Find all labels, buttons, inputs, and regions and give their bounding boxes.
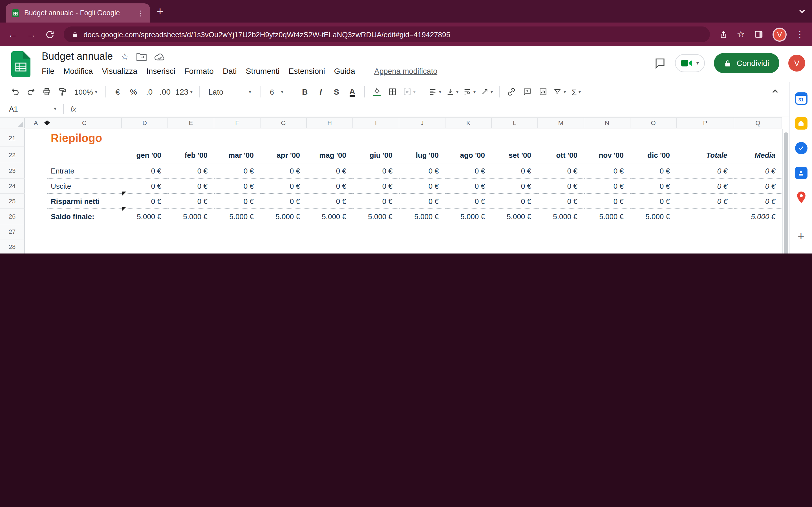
last-edit-status[interactable]: Appena modificato xyxy=(370,66,442,76)
value-cell[interactable] xyxy=(538,239,584,253)
row-number[interactable]: 22 xyxy=(0,147,25,163)
cell-column-a[interactable] xyxy=(25,239,47,253)
value-cell[interactable]: 0 € xyxy=(353,194,399,209)
value-cell[interactable] xyxy=(122,224,168,239)
column-header-P[interactable]: P xyxy=(677,118,734,128)
text-wrap-icon[interactable]: ▾ xyxy=(462,84,477,99)
value-cell[interactable]: 5.000 € xyxy=(214,209,260,224)
value-cell[interactable]: 0 € xyxy=(677,179,734,194)
column-header-M[interactable]: M xyxy=(538,118,584,128)
value-cell[interactable]: 0 € xyxy=(734,194,782,209)
undo-icon[interactable] xyxy=(8,84,22,99)
row-number[interactable]: 24 xyxy=(0,179,25,194)
value-cell[interactable] xyxy=(630,224,677,239)
value-cell[interactable]: 0 € xyxy=(492,163,538,179)
column-total-header-cell[interactable]: Totale xyxy=(677,147,734,163)
contacts-icon[interactable] xyxy=(795,167,807,179)
row-number[interactable]: 25 xyxy=(0,194,25,209)
value-cell[interactable]: 0 € xyxy=(307,194,353,209)
browser-menu-icon[interactable]: ⋮ xyxy=(796,29,804,40)
value-cell[interactable] xyxy=(214,224,260,239)
cell-column-a[interactable] xyxy=(25,163,47,179)
maps-icon[interactable] xyxy=(797,191,806,203)
value-cell[interactable]: 0 € xyxy=(734,179,782,194)
cell-column-a[interactable] xyxy=(25,147,47,163)
bookmark-star-icon[interactable]: ☆ xyxy=(737,30,745,39)
column-header-C[interactable]: C xyxy=(47,118,122,128)
column-total-header-cell[interactable]: lug '00 xyxy=(399,147,446,163)
filter-icon[interactable]: ▾ xyxy=(552,84,568,99)
keep-icon[interactable] xyxy=(795,117,807,129)
column-header-F[interactable]: F xyxy=(214,118,260,128)
menu-estensioni[interactable]: Estensioni xyxy=(284,65,329,76)
row-label-cell[interactable] xyxy=(47,239,122,253)
value-cell[interactable] xyxy=(584,239,630,253)
tab-close-icon[interactable]: ⋮ xyxy=(137,9,144,17)
row-label-cell[interactable] xyxy=(47,224,122,239)
column-header-D[interactable]: D xyxy=(122,118,168,128)
column-header-K[interactable]: K xyxy=(446,118,492,128)
move-folder-icon[interactable] xyxy=(137,52,147,61)
cell-column-a[interactable] xyxy=(25,129,47,147)
column-header-Q[interactable]: Q xyxy=(734,118,782,128)
horizontal-align-icon[interactable]: ▾ xyxy=(427,84,443,99)
value-cell[interactable]: 0 € xyxy=(446,194,492,209)
redo-icon[interactable] xyxy=(24,84,38,99)
comment-history-icon[interactable] xyxy=(654,57,666,69)
value-cell[interactable]: 0 € xyxy=(630,163,677,179)
value-cell[interactable] xyxy=(307,239,353,253)
value-cell[interactable] xyxy=(307,224,353,239)
column-total-header-cell[interactable]: set '00 xyxy=(492,147,538,163)
bold-icon[interactable]: B xyxy=(297,84,312,99)
row-number[interactable]: 21 xyxy=(0,129,25,147)
value-cell[interactable]: 0 € xyxy=(122,194,168,209)
tab-search-icon[interactable] xyxy=(799,8,805,13)
add-addon-icon[interactable]: + xyxy=(798,230,804,242)
star-document-icon[interactable]: ☆ xyxy=(121,52,129,61)
column-header-G[interactable]: G xyxy=(260,118,307,128)
vertical-align-icon[interactable]: ▾ xyxy=(444,84,460,99)
forward-icon[interactable]: → xyxy=(27,30,36,39)
scrollbar-thumb[interactable] xyxy=(784,132,788,253)
value-cell[interactable]: 0 € xyxy=(492,194,538,209)
menu-modifica[interactable]: Modifica xyxy=(59,65,97,76)
value-cell[interactable]: 0 € xyxy=(168,194,214,209)
browser-profile-avatar[interactable]: V xyxy=(772,27,786,41)
menu-strumenti[interactable]: Strumenti xyxy=(241,65,284,76)
column-total-header-cell[interactable]: mar '00 xyxy=(214,147,260,163)
column-total-header-cell[interactable]: apr '00 xyxy=(260,147,307,163)
value-cell[interactable]: 0 € xyxy=(446,179,492,194)
name-box[interactable]: A1 ▾ xyxy=(0,105,56,113)
value-cell[interactable] xyxy=(446,224,492,239)
column-total-header-cell[interactable]: ago '00 xyxy=(446,147,492,163)
value-cell[interactable]: 0 € xyxy=(260,163,307,179)
font-size-select[interactable]: 6▾ xyxy=(265,84,288,99)
value-cell[interactable]: 5.000 € xyxy=(168,209,214,224)
value-cell[interactable]: 0 € xyxy=(353,163,399,179)
row-label-cell[interactable]: Entrate xyxy=(47,163,122,179)
value-cell[interactable]: 0 € xyxy=(122,179,168,194)
insert-comment-icon[interactable] xyxy=(520,84,535,99)
strikethrough-icon[interactable]: S xyxy=(329,84,344,99)
value-cell[interactable] xyxy=(492,224,538,239)
value-cell[interactable] xyxy=(168,224,214,239)
value-cell[interactable]: 5.000 € xyxy=(584,209,630,224)
value-cell[interactable]: 0 € xyxy=(214,179,260,194)
column-header-I[interactable]: I xyxy=(353,118,399,128)
value-cell[interactable]: 0 € xyxy=(677,163,734,179)
back-icon[interactable]: ← xyxy=(8,30,17,39)
calendar-icon[interactable]: 31 xyxy=(795,93,807,105)
insert-chart-icon[interactable] xyxy=(536,84,551,99)
column-total-header-cell[interactable]: Media xyxy=(734,147,782,163)
value-cell[interactable]: 0 € xyxy=(399,194,446,209)
merge-cells-icon[interactable]: ▾ xyxy=(401,84,417,99)
menu-visualizza[interactable]: Visualizza xyxy=(97,65,142,76)
value-cell[interactable]: 0 € xyxy=(584,194,630,209)
value-cell[interactable]: 0 € xyxy=(630,179,677,194)
hidden-column-indicator[interactable] xyxy=(44,121,50,125)
cell-column-a[interactable] xyxy=(25,179,47,194)
format-currency-icon[interactable]: € xyxy=(110,84,125,99)
value-cell[interactable]: 0 € xyxy=(307,179,353,194)
tasks-icon[interactable] xyxy=(795,142,807,154)
increase-decimal-icon[interactable]: .00 xyxy=(158,84,172,99)
